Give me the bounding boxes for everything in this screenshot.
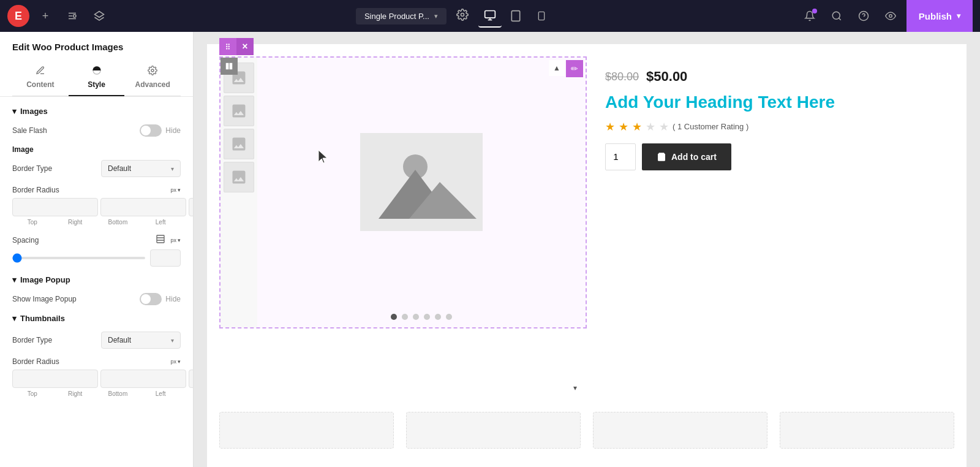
elementor-logo[interactable]: E [7,5,29,27]
close-widget-button[interactable]: × [236,38,254,55]
image-popup-section-header[interactable]: ▾ Image Popup [12,275,181,284]
spacing-value [150,249,181,267]
drag-handle[interactable] [219,38,236,55]
images-section-header[interactable]: ▾ Images [12,107,181,116]
topbar-center: Single Product P... ▾ [115,4,794,28]
thumbnails-border-radius-unit[interactable]: px ▾ [170,359,181,365]
publish-button[interactable]: Publish ▾ [907,0,973,32]
search-icon[interactable] [826,5,848,27]
content-tab-label: Content [26,80,54,89]
widget-toolbar: × [219,38,254,55]
main-image-area [257,58,586,327]
star-1: ★ [605,120,615,134]
sale-flash-toggle[interactable] [140,124,162,137]
thumb-radius-bottom-label: Bottom [98,390,138,397]
svg-marker-1 [95,12,104,18]
image-popup-arrow: ▾ [12,275,17,284]
thumbnails-radius-inputs: 🔗 [12,370,181,388]
add-element-button[interactable]: + [34,5,56,27]
thumb-radius-top-input[interactable] [12,370,98,388]
quantity-input[interactable] [605,143,636,170]
old-price: $80.00 [605,70,639,83]
dot-5[interactable] [435,314,441,320]
help-icon[interactable] [853,5,875,27]
thumbnails-border-radius-row: Border Radius px ▾ 🔗 Top Right B [12,357,181,397]
border-radius-label: Border Radius [12,186,59,194]
topbar: E + Single Product P... ▾ [0,0,980,32]
thumbnail-strip [221,58,257,327]
sale-flash-label: Sale Flash [12,126,47,135]
column-indicator[interactable] [221,58,238,75]
thumb-radius-top-label: Top [12,390,53,397]
radius-labels: Top Right Bottom Left [12,219,181,226]
thumbnail-4[interactable] [224,162,254,192]
main-image-placeholder [257,58,586,306]
topbar-settings-icon[interactable] [456,9,469,24]
radius-bottom-input[interactable] [189,198,194,216]
image-subsection-label: Image [12,145,181,154]
show-popup-toggle-wrap: Hide [140,293,181,305]
thumb-radius-right-label: Right [55,390,96,397]
notifications-icon[interactable] [799,5,821,27]
thumb-radius-right-input[interactable] [100,370,186,388]
panel-title: Edit Woo Product Images [12,42,181,59]
svg-rect-22 [226,63,229,70]
spacing-slider[interactable] [12,257,145,259]
nav-down-button[interactable]: ▾ [567,380,583,396]
svg-rect-15 [157,235,164,243]
topbar-right: Publish ▾ [799,0,973,32]
layers-button[interactable] [88,5,110,27]
svg-point-2 [461,13,464,16]
border-radius-row: Border Radius px ▾ 🔗 Top Right B [12,186,181,226]
radius-top-input[interactable] [12,198,98,216]
advanced-tab-label: Advanced [135,80,170,89]
page-title-chevron: ▾ [434,12,438,20]
star-3: ★ [632,120,642,134]
add-to-cart-button[interactable]: Add to cart [642,143,731,170]
border-type-value: Default [108,164,131,173]
below-placeholder-2 [406,412,581,449]
below-placeholder-1 [219,412,394,449]
page-title-button[interactable]: Single Product P... ▾ [356,8,447,25]
show-popup-toggle[interactable] [140,293,162,305]
dot-2[interactable] [402,314,408,320]
customize-button[interactable] [61,5,83,27]
device-switcher [478,4,553,28]
star-4: ★ [646,120,655,134]
svg-rect-23 [230,63,233,70]
border-radius-unit[interactable]: px ▾ [170,187,181,193]
thumbnail-3[interactable] [224,129,254,159]
style-tab-icon [92,66,102,78]
thumbnail-2[interactable] [224,96,254,126]
device-desktop-button[interactable] [478,4,502,28]
sidebar-content: ▾ Images Sale Flash Hide Image Border Ty… [0,97,193,467]
svg-point-18 [226,46,227,47]
dot-3[interactable] [413,314,419,320]
thumbnails-label: Thumbnails [20,314,65,323]
dot-6[interactable] [446,314,452,320]
spacing-icon [156,234,165,246]
thumb-radius-bottom-input[interactable] [189,370,194,388]
radius-right-input[interactable] [100,198,186,216]
show-popup-knob [141,294,151,304]
dot-4[interactable] [424,314,430,320]
publish-chevron: ▾ [957,12,960,20]
tab-advanced[interactable]: Advanced [124,59,181,96]
device-tablet-button[interactable] [504,4,527,28]
border-type-chevron: ▾ [171,165,174,172]
tab-content[interactable]: Content [12,59,69,96]
thumbnails-section-header[interactable]: ▾ Thumbnails [12,314,181,323]
device-mobile-button[interactable] [530,4,553,28]
canvas-inner: × ▲ ✏ ▾ [207,44,967,467]
border-type-select[interactable]: Default ▾ [101,160,181,177]
below-placeholder-3 [593,412,767,449]
edit-widget-button[interactable]: ✏ [566,60,583,77]
thumbnails-border-type-select[interactable]: Default ▾ [101,332,181,349]
radius-inputs: 🔗 [12,198,181,216]
preview-icon[interactable] [880,5,902,27]
nav-up-button[interactable]: ▲ [549,60,565,76]
images-section-arrow: ▾ [12,107,17,116]
tab-style[interactable]: Style [69,59,125,96]
dot-1[interactable] [391,314,397,320]
spacing-unit[interactable]: px ▾ [170,237,181,243]
